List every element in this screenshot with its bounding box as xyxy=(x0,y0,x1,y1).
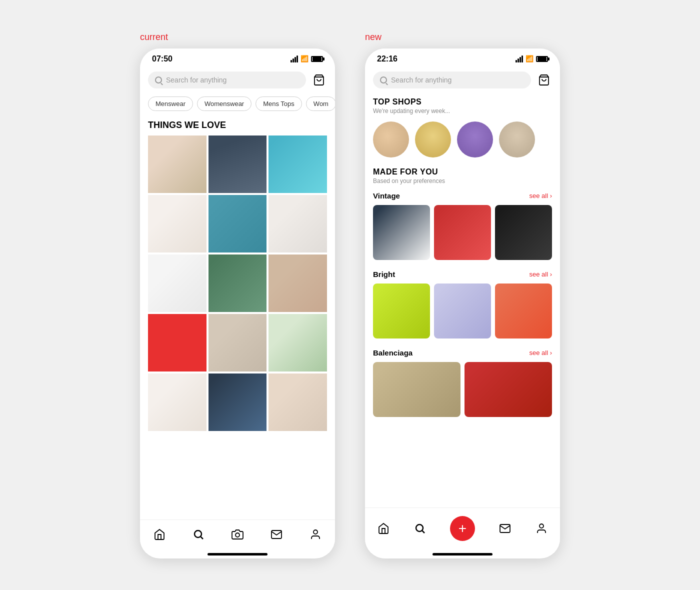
new-wifi-icon: 📶 xyxy=(526,55,534,62)
profile-icon xyxy=(309,528,322,541)
vintage-section-row: Vintage see all › xyxy=(373,192,552,200)
grid-item-12[interactable] xyxy=(268,314,327,372)
grid-item-10[interactable] xyxy=(148,314,206,372)
balenciaga-label: Balenciaga xyxy=(373,348,412,357)
grid-item-9[interactable] xyxy=(268,254,327,312)
new-nav-home[interactable] xyxy=(371,520,396,537)
new-phone-wrapper: new 22:16 📶 Search for any xyxy=(365,32,560,558)
new-label: new xyxy=(365,32,382,42)
made-for-you-subtitle: Based on your preferences xyxy=(373,178,552,184)
shop-avatar-3[interactable] xyxy=(457,122,493,158)
message-icon xyxy=(270,528,283,541)
bright-products xyxy=(373,284,552,338)
svg-line-2 xyxy=(201,536,203,538)
top-shops-subtitle: We're updating every week... xyxy=(373,108,552,114)
category-pill-wom[interactable]: Wom xyxy=(306,96,335,111)
plus-button[interactable]: + xyxy=(450,516,475,541)
bright-product-2[interactable] xyxy=(434,284,491,338)
search-icon xyxy=(155,76,162,84)
signal-icon xyxy=(290,56,298,62)
made-for-you-title: MADE FOR YOU xyxy=(373,168,552,176)
new-message-icon xyxy=(498,522,512,535)
grid-item-15[interactable] xyxy=(268,374,327,431)
new-search-bar: Search for anything xyxy=(365,68,560,92)
balenciaga-section-row: Balenciaga see all › xyxy=(373,348,552,357)
new-battery-icon xyxy=(536,56,548,62)
grid-item-3[interactable] xyxy=(268,136,327,193)
grid-item-7[interactable] xyxy=(148,254,206,312)
vintage-see-all[interactable]: see all › xyxy=(529,192,552,200)
status-time: 07:50 xyxy=(152,54,172,64)
grid-item-13[interactable] xyxy=(148,374,206,431)
new-search-nav-icon xyxy=(414,522,426,535)
new-phone: 22:16 📶 Search for anything xyxy=(365,48,560,558)
bright-product-1[interactable] xyxy=(373,284,430,338)
new-home-bar xyxy=(432,553,492,556)
grid-item-4[interactable] xyxy=(148,195,206,252)
grid-item-14[interactable] xyxy=(208,374,267,431)
bright-see-all[interactable]: see all › xyxy=(529,270,552,278)
grid-item-1[interactable] xyxy=(148,136,206,193)
categories: Menswear Womenswear Mens Tops Wom xyxy=(140,92,335,115)
vintage-products xyxy=(373,205,552,260)
grid-item-11[interactable] xyxy=(208,314,267,372)
nav-search[interactable] xyxy=(186,526,211,543)
grid-item-5[interactable] xyxy=(208,195,267,252)
new-signal-icon xyxy=(516,56,523,62)
svg-point-3 xyxy=(236,533,240,537)
new-nav-message[interactable] xyxy=(492,520,518,537)
vintage-product-3[interactable] xyxy=(495,205,552,260)
svg-point-4 xyxy=(314,530,318,534)
main-content: THINGS WE LOVE xyxy=(140,115,335,520)
new-cart-icon[interactable] xyxy=(536,72,552,88)
new-nav-search[interactable] xyxy=(408,520,432,537)
balenciaga-product-2[interactable] xyxy=(464,362,552,417)
category-pill-menswear[interactable]: Menswear xyxy=(148,96,193,111)
top-shops-title: TOP SHOPS xyxy=(373,98,552,106)
nav-message[interactable] xyxy=(264,526,289,543)
shop-avatar-2[interactable] xyxy=(415,122,451,158)
status-icons: 📶 xyxy=(290,55,323,62)
new-status-bar: 22:16 📶 xyxy=(365,48,560,68)
wifi-icon: 📶 xyxy=(300,55,308,62)
new-home-icon xyxy=(377,522,390,535)
new-search-input[interactable]: Search for anything xyxy=(373,72,531,88)
nav-camera[interactable] xyxy=(225,526,250,543)
cart-icon[interactable] xyxy=(311,72,327,88)
bright-label: Bright xyxy=(373,270,395,278)
search-input[interactable]: Search for anything xyxy=(148,72,306,88)
current-label: current xyxy=(140,32,168,42)
current-phone: 07:50 📶 Search for anything xyxy=(140,48,335,558)
svg-point-6 xyxy=(416,524,423,532)
shop-avatar-4[interactable] xyxy=(499,122,535,158)
new-nav-plus[interactable]: + xyxy=(444,514,481,543)
new-status-time: 22:16 xyxy=(377,54,398,64)
vintage-product-2[interactable] xyxy=(434,205,491,260)
bright-section-row: Bright see all › xyxy=(373,270,552,278)
grid-item-2[interactable] xyxy=(208,136,267,193)
bright-product-3[interactable] xyxy=(495,284,552,338)
search-bar: Search for anything xyxy=(140,68,335,92)
search-nav-icon xyxy=(192,528,205,541)
balenciaga-see-all[interactable]: see all › xyxy=(529,349,552,356)
home-icon xyxy=(153,528,166,541)
nav-profile[interactable] xyxy=(303,526,328,543)
category-pill-menstops[interactable]: Mens Tops xyxy=(256,96,302,111)
new-nav-profile[interactable] xyxy=(529,520,554,537)
vintage-product-1[interactable] xyxy=(373,205,430,260)
current-phone-wrapper: current 07:50 📶 Search for xyxy=(140,32,335,558)
bottom-nav xyxy=(140,520,335,553)
category-pill-womenswear[interactable]: Womenswear xyxy=(197,96,252,111)
nav-home[interactable] xyxy=(147,526,172,543)
shop-avatars xyxy=(373,122,552,158)
grid-item-6[interactable] xyxy=(268,195,327,252)
shop-avatar-1[interactable] xyxy=(373,122,409,158)
new-search-icon xyxy=(380,76,387,84)
grid-item-8[interactable] xyxy=(208,254,267,312)
section-title: THINGS WE LOVE xyxy=(148,120,327,130)
svg-point-8 xyxy=(540,524,544,528)
camera-icon xyxy=(231,528,244,541)
svg-point-1 xyxy=(194,530,202,538)
home-bar xyxy=(208,553,268,556)
balenciaga-product-1[interactable] xyxy=(373,362,460,417)
